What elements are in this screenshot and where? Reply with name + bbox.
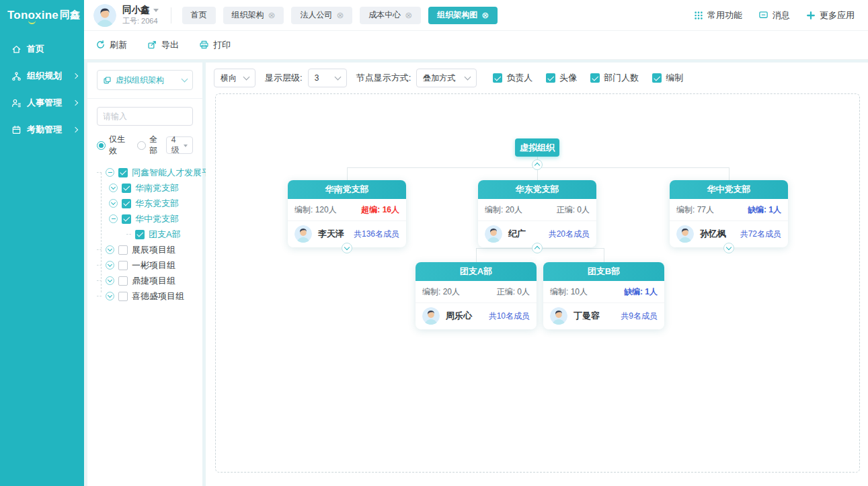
expand-icon[interactable] [106, 261, 114, 270]
close-icon[interactable]: ⊗ [336, 11, 344, 19]
checkbox-checked[interactable] [122, 214, 131, 224]
org-node-card-tuanzhi-a[interactable]: 团支A部 编制: 20人 正编: 0人 周乐心 共10名成员 [416, 262, 537, 329]
home-icon [11, 44, 22, 54]
divider [171, 7, 171, 24]
more-apps-button[interactable]: 更多应用 [806, 9, 855, 22]
checkbox-checked[interactable] [652, 73, 662, 83]
tree-node-yibin[interactable]: 一彬项目组 [97, 257, 193, 273]
tree-node-zhanchen[interactable]: 展辰项目组 [97, 242, 193, 257]
org-node-card-huadong[interactable]: 华东党支部 编制: 20人 正编: 0人 纪广 共20名成员 [478, 180, 596, 247]
sidebar-item-hr[interactable]: 人事管理 [0, 89, 84, 116]
export-icon [147, 40, 157, 50]
checkbox-leader[interactable]: 负责人 [493, 72, 532, 84]
checkbox-checked[interactable] [122, 199, 131, 208]
collapse-up-icon[interactable] [532, 243, 543, 253]
node-members-link[interactable]: 共9名成员 [621, 311, 658, 322]
collapse-icon[interactable] [106, 168, 114, 177]
org-node-title[interactable]: 华南党支部 [288, 180, 406, 199]
collapse-icon[interactable] [109, 214, 118, 223]
org-node-title[interactable]: 华东党支部 [478, 180, 596, 199]
org-type-select[interactable]: 虚拟组织架构 [97, 70, 193, 90]
chevron-down-icon [182, 76, 188, 83]
checkbox-avatar[interactable]: 头像 [546, 72, 577, 84]
expand-down-icon[interactable] [723, 243, 734, 253]
expand-icon[interactable] [106, 292, 114, 300]
checkbox-establishment[interactable]: 编制 [652, 72, 683, 84]
user-info[interactable]: 同小鑫 工号: 2064 [122, 5, 159, 25]
tree-node-huazhong[interactable]: 华中党支部 [109, 211, 193, 227]
checkbox-checked[interactable] [135, 230, 145, 239]
collapse-up-icon[interactable] [532, 159, 543, 170]
header-actions: 常用功能 消息 更多应用 [694, 9, 855, 22]
tree-node-xidesheng[interactable]: 喜德盛项目组 [97, 288, 193, 304]
org-node-title[interactable]: 团支B部 [543, 262, 664, 281]
checkbox-unchecked[interactable] [118, 276, 128, 286]
tab-org-chart[interactable]: 组织架构图⊗ [428, 7, 498, 24]
leader-avatar [485, 225, 502, 243]
org-tree: 同鑫智能人才发展平台 华南党支部 华东党支部 华中党支部 [97, 165, 193, 304]
search-input[interactable] [97, 107, 193, 126]
node-members-link[interactable]: 共72名成员 [740, 229, 781, 240]
checkbox-checked[interactable] [493, 73, 502, 83]
expand-icon[interactable] [109, 184, 118, 192]
expand-icon[interactable] [106, 245, 114, 254]
print-button[interactable]: 打印 [199, 39, 231, 51]
refresh-button[interactable]: 刷新 [95, 39, 127, 51]
top-header: 同小鑫 工号: 2064 首页 组织架构⊗ 法人公司⊗ 成本中心⊗ 组织架构图⊗… [84, 0, 868, 31]
chevron-right-icon [73, 127, 78, 132]
tab-cost-center[interactable]: 成本中心⊗ [360, 7, 421, 24]
node-leader-name: 丁曼容 [574, 310, 600, 322]
checkbox-unchecked[interactable] [118, 245, 128, 255]
tree-node-huadong[interactable]: 华东党支部 [109, 196, 193, 211]
messages-button[interactable]: 消息 [758, 9, 790, 22]
tree-node-platform[interactable]: 同鑫智能人才发展平台 [97, 165, 193, 180]
checkbox-checked[interactable] [122, 184, 131, 193]
sidebar-item-attendance[interactable]: 考勤管理 [0, 116, 84, 143]
checkbox-checked[interactable] [546, 73, 555, 83]
org-node-title[interactable]: 团支A部 [416, 262, 537, 281]
org-root-node[interactable]: 虚拟组织 [515, 138, 559, 157]
expand-icon[interactable] [106, 276, 114, 285]
checkbox-checked[interactable] [118, 168, 128, 177]
user-avatar[interactable] [93, 4, 116, 27]
close-icon[interactable]: ⊗ [481, 11, 489, 19]
chevron-right-icon [73, 73, 78, 79]
tree-node-dingjie[interactable]: 鼎捷项目组 [97, 273, 193, 288]
page-toolbar: 刷新 导出 打印 [84, 30, 868, 60]
org-chart-canvas[interactable]: 虚拟组织 华南党支部 编制: 120人 超编: 16人 李天泽 共136名成员 … [215, 93, 860, 473]
node-members-link[interactable]: 共10名成员 [489, 311, 530, 322]
tab-org-structure[interactable]: 组织架构⊗ [223, 7, 284, 24]
refresh-icon [95, 40, 106, 50]
checkbox-headcount[interactable]: 部门人数 [590, 72, 639, 84]
node-display-select[interactable]: 叠加方式 [416, 69, 477, 87]
orientation-select[interactable]: 横向 [214, 69, 255, 87]
level-select[interactable]: 3 [308, 69, 347, 87]
org-node-card-huazhong[interactable]: 华中党支部 编制: 77人 缺编: 1人 孙忆枫 共72名成员 [670, 180, 788, 247]
tree-node-huanan[interactable]: 华南党支部 [109, 180, 193, 196]
org-node-card-huanan[interactable]: 华南党支部 编制: 120人 超编: 16人 李天泽 共136名成员 [288, 180, 406, 247]
expand-icon[interactable] [109, 199, 118, 208]
org-node-card-tuanzhi-b[interactable]: 团支B部 编制: 10人 缺编: 1人 丁曼容 共9名成员 [543, 262, 664, 329]
level-depth-select[interactable]: 4级 [166, 136, 193, 154]
close-icon[interactable]: ⊗ [405, 11, 412, 19]
radio-all[interactable] [137, 141, 146, 150]
checkbox-unchecked[interactable] [118, 261, 128, 270]
radio-effective-only[interactable] [97, 141, 106, 150]
tree-node-tuanzhi-a[interactable]: 团支A部 [126, 227, 193, 242]
sidebar-item-org-planning[interactable]: 组织规划 [0, 63, 84, 89]
expand-down-icon[interactable] [342, 243, 352, 253]
radio-label: 仅生效 [109, 134, 128, 157]
node-members-link[interactable]: 共20名成员 [549, 229, 590, 240]
tab-legal-company[interactable]: 法人公司⊗ [291, 7, 352, 24]
close-icon[interactable]: ⊗ [268, 11, 276, 19]
checkbox-unchecked[interactable] [118, 292, 128, 301]
node-members-link[interactable]: 共136名成员 [354, 229, 399, 240]
tree-filters: 仅生效 全部 4级 [97, 134, 193, 157]
tab-home[interactable]: 首页 [182, 7, 216, 24]
checkbox-checked[interactable] [590, 73, 600, 83]
org-tree-panel: 虚拟组织架构 仅生效 全部 4级 同鑫智能人才发展平台 [87, 63, 202, 486]
common-functions-button[interactable]: 常用功能 [694, 9, 742, 22]
org-node-title[interactable]: 华中党支部 [670, 180, 788, 199]
export-button[interactable]: 导出 [147, 39, 179, 51]
sidebar-item-home[interactable]: 首页 [0, 36, 84, 63]
